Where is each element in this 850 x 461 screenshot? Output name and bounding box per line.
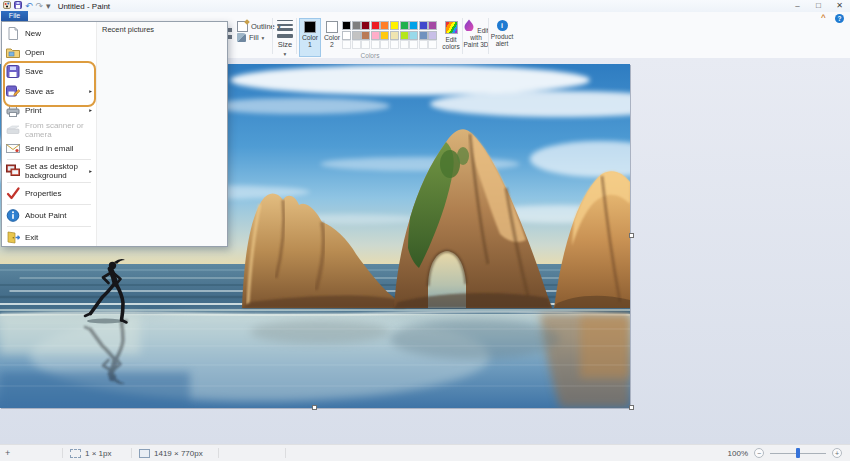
- menu-item-label: Set as desktop background: [25, 162, 89, 180]
- palette-swatch[interactable]: [428, 21, 437, 30]
- menu-item-label: Print: [25, 106, 41, 115]
- qat-dropdown-icon[interactable]: ▾: [46, 2, 51, 11]
- scanner-icon: [6, 123, 20, 136]
- help-icon[interactable]: ?: [835, 14, 844, 23]
- palette-swatch[interactable]: [390, 31, 399, 40]
- color1-label: Color 1: [302, 34, 318, 48]
- size-label: Size: [278, 40, 293, 49]
- edit-colors-button[interactable]: Edit colors: [438, 21, 464, 50]
- save-as-icon: [6, 85, 20, 98]
- checkmark-icon: [6, 187, 20, 200]
- palette-swatch[interactable]: [400, 31, 409, 40]
- palette-swatch[interactable]: [371, 21, 380, 30]
- fill-button[interactable]: Fill ▾: [237, 33, 264, 42]
- palette-empty-slot[interactable]: [428, 40, 437, 49]
- menu-item-from-scanner: From scanner or camera: [2, 120, 96, 139]
- palette-swatch[interactable]: [428, 31, 437, 40]
- menu-item-label: From scanner or camera: [25, 121, 92, 139]
- palette-swatch[interactable]: [400, 21, 409, 30]
- palette-empty-slot[interactable]: [409, 40, 418, 49]
- zoom-slider[interactable]: [770, 447, 826, 459]
- file-tab[interactable]: File: [1, 11, 28, 21]
- menu-item-new[interactable]: New: [2, 24, 96, 43]
- image-size-icon: [139, 449, 150, 458]
- selection-size-icon: [70, 449, 81, 458]
- size-button[interactable]: Size ▾: [274, 20, 296, 58]
- menu-item-exit[interactable]: Exit: [2, 228, 96, 247]
- palette-swatch[interactable]: [419, 31, 428, 40]
- title-bar: ↶ ↷ ▾ Untitled - Paint – □ ✕: [0, 0, 850, 12]
- edit-with-paint3d-button[interactable]: Edit with Paint 3D: [463, 19, 489, 48]
- zoom-slider-thumb[interactable]: [796, 448, 800, 458]
- file-menu-items: New Open Save Save as ▸: [2, 22, 97, 246]
- palette-swatch[interactable]: [371, 31, 380, 40]
- palette-empty-slot[interactable]: [419, 40, 428, 49]
- menu-item-save-as[interactable]: Save as ▸: [2, 82, 96, 101]
- shapes-gallery-edge: [228, 28, 232, 39]
- chevron-down-icon: ▾: [284, 51, 287, 57]
- zoom-in-button[interactable]: +: [832, 448, 842, 458]
- outline-icon: [237, 21, 248, 32]
- envelope-icon: [6, 142, 20, 155]
- submenu-arrow-icon: ▸: [89, 88, 92, 94]
- save-icon[interactable]: [14, 1, 22, 11]
- palette-swatch[interactable]: [361, 21, 370, 30]
- submenu-arrow-icon: ▸: [89, 107, 92, 113]
- product-alert-button[interactable]: i Product alert: [489, 19, 515, 47]
- menu-item-open[interactable]: Open: [2, 43, 96, 62]
- palette-swatch[interactable]: [342, 21, 351, 30]
- palette-empty-slot[interactable]: [400, 40, 409, 49]
- palette-swatch[interactable]: [380, 21, 389, 30]
- palette-empty-slot[interactable]: [342, 40, 351, 49]
- edit-colors-icon: [445, 21, 458, 34]
- palette-swatch[interactable]: [380, 31, 389, 40]
- collapse-ribbon-icon[interactable]: ^: [821, 13, 826, 22]
- palette-empty-slot[interactable]: [371, 40, 380, 49]
- recent-pictures-label: Recent pictures: [97, 22, 227, 37]
- palette-swatch[interactable]: [352, 21, 361, 30]
- canvas-resize-handle-bottom[interactable]: [312, 405, 317, 410]
- new-document-icon: [6, 27, 20, 40]
- palette-swatch[interactable]: [390, 21, 399, 30]
- desktop-background-icon: [6, 164, 20, 177]
- palette-empty-slot[interactable]: [352, 40, 361, 49]
- palette-empty-slot[interactable]: [390, 40, 399, 49]
- menu-item-save[interactable]: Save: [2, 62, 96, 81]
- edit-colors-label: Edit colors: [442, 36, 459, 50]
- palette-empty-slot[interactable]: [380, 40, 389, 49]
- menu-item-set-as-desktop-background[interactable]: Set as desktop background ▸: [2, 161, 96, 180]
- canvas-resize-handle-corner[interactable]: [629, 405, 634, 410]
- fill-icon: [237, 33, 246, 42]
- menu-separator: [7, 159, 91, 160]
- palette-swatch[interactable]: [409, 31, 418, 40]
- palette-swatch[interactable]: [342, 31, 351, 40]
- maximize-button[interactable]: □: [808, 0, 829, 12]
- open-folder-icon: [6, 46, 20, 59]
- selection-size-indicator: 1 × 1px: [63, 449, 131, 458]
- menu-item-properties[interactable]: Properties: [2, 184, 96, 203]
- menu-item-label: Properties: [25, 189, 61, 198]
- menu-item-label: Open: [25, 48, 45, 57]
- canvas-resize-handle-right[interactable]: [629, 233, 634, 238]
- color1-swatch: [304, 21, 316, 33]
- palette-swatch[interactable]: [352, 31, 361, 40]
- minimize-button[interactable]: –: [787, 0, 808, 12]
- status-bar: + 1 × 1px 1419 × 770px 100% − +: [0, 444, 850, 461]
- palette-swatch[interactable]: [361, 31, 370, 40]
- menu-item-about-paint[interactable]: About Paint: [2, 206, 96, 225]
- save-floppy-icon: [6, 65, 20, 78]
- zoom-level-value: 100%: [728, 449, 748, 458]
- close-button[interactable]: ✕: [829, 0, 850, 12]
- printer-icon: [6, 104, 20, 117]
- menu-separator: [7, 204, 91, 205]
- window-controls: – □ ✕: [787, 0, 850, 12]
- palette-swatch[interactable]: [409, 21, 418, 30]
- submenu-arrow-icon: ▸: [89, 168, 92, 174]
- zoom-out-button[interactable]: −: [754, 448, 764, 458]
- undo-icon[interactable]: ↶: [25, 2, 33, 11]
- palette-swatch[interactable]: [419, 21, 428, 30]
- palette-empty-slot[interactable]: [361, 40, 370, 49]
- redo-icon[interactable]: ↷: [36, 2, 44, 11]
- menu-item-send-in-email[interactable]: Send in email: [2, 139, 96, 158]
- menu-item-print[interactable]: Print ▸: [2, 101, 96, 120]
